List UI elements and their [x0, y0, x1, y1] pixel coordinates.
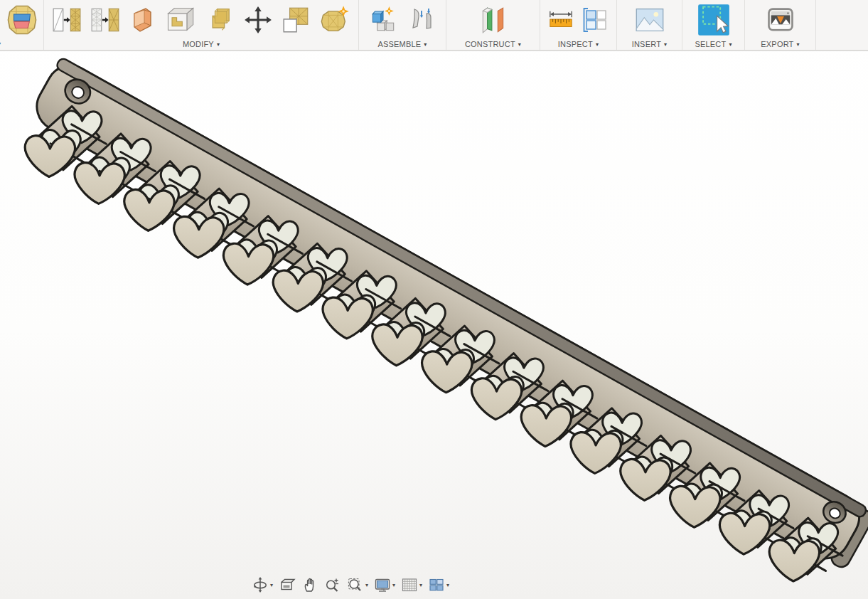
toolbar-group-assemble: ASSEMBLE▾	[359, 0, 446, 50]
fit-icon	[347, 576, 364, 593]
remesh-button[interactable]	[52, 5, 82, 35]
measure-icon	[547, 6, 574, 33]
toolbar: ▾	[0, 0, 868, 51]
fit-button[interactable]: ▾	[345, 576, 370, 594]
move-icon	[243, 5, 273, 35]
make-3d-print-icon	[765, 4, 796, 36]
remesh-icon	[52, 5, 82, 35]
reduce-icon	[90, 5, 120, 35]
convert-mesh-button[interactable]	[319, 4, 350, 36]
caret-icon: ▾	[424, 41, 427, 48]
move-button[interactable]	[243, 5, 273, 35]
caret-icon: ▾	[217, 41, 220, 48]
orbit-icon	[252, 576, 269, 593]
merge-bodies-icon	[204, 4, 235, 36]
look-at-icon	[279, 576, 296, 593]
caret-icon: ▾	[596, 41, 599, 48]
construct-menu[interactable]: CONSTRUCT▾	[446, 38, 540, 50]
section-analysis-icon	[581, 6, 609, 34]
select-window-button[interactable]	[697, 4, 730, 36]
zoom-button[interactable]	[323, 576, 343, 594]
convert-mesh-icon	[319, 4, 350, 36]
orbit-button[interactable]: ▾	[250, 576, 274, 594]
measure-button[interactable]	[547, 6, 574, 33]
toolbar-group-create: ▾	[0, 0, 44, 50]
caret-icon: ▾	[270, 582, 273, 588]
model-plate	[28, 57, 868, 572]
3d-viewport[interactable]	[0, 0, 868, 599]
caret-icon: ▾	[365, 582, 368, 588]
toolbar-spacer	[816, 0, 868, 50]
caret-icon: ▾	[518, 41, 521, 48]
pan-button[interactable]	[300, 576, 320, 594]
construction-plane-icon	[478, 5, 508, 35]
joint-icon	[408, 6, 436, 34]
plate-group	[28, 57, 868, 572]
export-menu[interactable]: EXPORT▾	[745, 38, 815, 50]
viewports-icon	[428, 576, 445, 593]
caret-icon: ▾	[419, 582, 422, 588]
pan-icon	[301, 576, 318, 593]
plate-body	[28, 57, 868, 567]
look-at-button[interactable]	[277, 576, 297, 594]
shell-icon	[164, 4, 195, 36]
display-settings-icon	[374, 576, 391, 593]
merge-bodies-button[interactable]	[204, 4, 235, 36]
toolbar-group-export: EXPORT▾	[745, 0, 816, 50]
new-component-button[interactable]	[368, 5, 398, 35]
modify-menu[interactable]: MODIFY▾	[44, 38, 358, 50]
construction-plane-button[interactable]	[478, 5, 508, 35]
toolbar-group-modify: MODIFY▾	[44, 0, 359, 50]
reduce-button[interactable]	[90, 5, 120, 35]
layout-grid-button[interactable]: ▾	[400, 576, 424, 594]
plane-cut-icon	[281, 5, 311, 35]
mesh-body-button[interactable]	[6, 4, 38, 36]
plane-cut-button[interactable]	[281, 5, 311, 35]
assemble-menu[interactable]: ASSEMBLE▾	[359, 38, 446, 50]
new-component-icon	[368, 5, 398, 35]
toolbar-group-construct: CONSTRUCT▾	[446, 0, 540, 50]
insert-menu[interactable]: INSERT▾	[617, 38, 682, 50]
erase-and-fill-icon	[128, 6, 156, 34]
shell-button[interactable]	[164, 4, 195, 36]
caret-icon: ▾	[797, 41, 800, 48]
caret-icon: ▾	[392, 582, 395, 588]
zoom-icon	[324, 576, 341, 593]
toolbar-group-select: SELECT▾	[682, 0, 745, 50]
layout-grid-icon	[401, 576, 418, 593]
caret-icon: ▾	[729, 41, 732, 48]
insert-image-icon	[634, 4, 665, 36]
viewports-button[interactable]: ▾	[427, 576, 451, 594]
caret-icon: ▾	[664, 41, 667, 48]
section-analysis-button[interactable]	[581, 6, 609, 34]
create-caret-icon[interactable]: ▾	[0, 40, 1, 48]
caret-icon: ▾	[446, 582, 449, 588]
select-menu[interactable]: SELECT▾	[682, 38, 744, 50]
insert-image-button[interactable]	[634, 4, 665, 36]
fusion-window: ▾	[0, 0, 868, 599]
erase-and-fill-button[interactable]	[128, 6, 156, 34]
select-window-icon	[697, 4, 730, 36]
inspect-menu[interactable]: INSPECT▾	[540, 38, 616, 50]
display-settings-button[interactable]: ▾	[373, 576, 397, 594]
create-menu[interactable]	[0, 38, 43, 50]
joint-button[interactable]	[408, 6, 436, 34]
toolbar-group-inspect: INSPECT▾	[540, 0, 617, 50]
toolbar-group-insert: INSERT▾	[617, 0, 682, 50]
plate-top-edge	[55, 57, 868, 519]
mesh-body-icon	[6, 4, 38, 36]
view-navbar: ▾	[250, 573, 451, 596]
make-3d-print-button[interactable]	[765, 4, 796, 36]
